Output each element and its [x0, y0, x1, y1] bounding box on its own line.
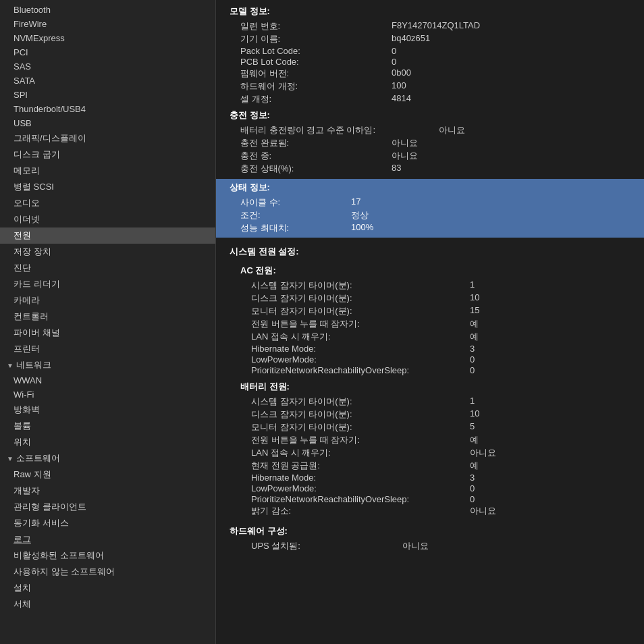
sidebar-item-sata[interactable]: SATA: [0, 74, 215, 88]
sidebar-item-volume[interactable]: 볼륨: [0, 418, 215, 434]
bat-dim-row: 밝기 감소: 아니요: [230, 505, 630, 517]
sidebar-label: WWAN: [14, 375, 42, 385]
bat-current-source-value: 예: [470, 460, 479, 472]
cycle-count-row: 사이클 수: 17: [230, 196, 630, 209]
pcb-lot-value: 0: [392, 57, 396, 67]
ac-system-sleep-value: 1: [470, 279, 475, 292]
sidebar-item-camera[interactable]: 카메라: [0, 292, 215, 308]
ac-disk-sleep-row: 디스크 잠자기 타이머(분): 10: [230, 292, 630, 304]
sidebar-item-location[interactable]: 위치: [0, 434, 215, 450]
pcb-lot-label: PCB Lot Code:: [230, 57, 392, 67]
sidebar-item-deactivated-software[interactable]: 비활성화된 소프트웨어: [0, 547, 215, 564]
ac-lowpower-value: 0: [470, 354, 475, 365]
pack-lot-label: Pack Lot Code:: [230, 46, 392, 56]
charge-pct-value: 83: [392, 163, 401, 175]
sidebar-section-software[interactable]: ▼ 소프트웨어: [0, 450, 215, 466]
status-info-section: 상태 정보: 사이클 수: 17 조건: 정상 성능 최대치: 100%: [216, 179, 644, 238]
bat-dim-label: 밝기 감소:: [240, 505, 470, 517]
sidebar-item-managed-client[interactable]: 관리형 클라이언트: [0, 499, 215, 515]
sidebar-item-font[interactable]: 서체: [0, 596, 215, 612]
battery-serial-value: F8Y1427014ZQ1LTAD: [392, 20, 480, 32]
charge-info-title: 충전 정보:: [230, 109, 630, 122]
sidebar-item-card-reader[interactable]: 카드 리더기: [0, 276, 215, 292]
bat-current-source-label: 현재 전원 공급원:: [240, 460, 470, 472]
sidebar-item-raw-support[interactable]: Raw 지원: [0, 466, 215, 483]
bat-monitor-sleep-label: 모니터 잠자기 타이머(분):: [240, 421, 470, 433]
sidebar-label: Wi-Fi: [14, 390, 34, 400]
ac-disk-sleep-value: 10: [470, 292, 479, 304]
sidebar-label: 컨트롤러: [14, 311, 49, 321]
ac-prioritize-value: 0: [470, 365, 475, 375]
sidebar-item-spi[interactable]: SPI: [0, 88, 215, 102]
sidebar-item-graphics[interactable]: 그래픽/디스플레이: [0, 130, 215, 146]
sidebar-item-memory[interactable]: 메모리: [0, 163, 215, 179]
ac-system-sleep-label: 시스템 잠자기 타이머(분):: [240, 279, 470, 292]
sidebar-label: 카메라: [14, 295, 40, 305]
bat-system-sleep-label: 시스템 잠자기 타이머(분):: [240, 396, 470, 408]
sidebar-label: 메모리: [14, 165, 40, 176]
hardware-config-section: 하드웨어 구성: UPS 설치됨: 아니요: [230, 525, 630, 552]
max-performance-label: 성능 최대치:: [230, 222, 351, 234]
sidebar-item-ethernet[interactable]: 이더넷: [0, 211, 215, 227]
sidebar-item-power[interactable]: 전원: [0, 227, 215, 244]
battery-serial-label: 일련 번호:: [230, 20, 392, 32]
cell-revision-row: 셀 개정: 4814: [230, 93, 630, 105]
sidebar-item-sas[interactable]: SAS: [0, 59, 215, 74]
bat-monitor-sleep-row: 모니터 잠자기 타이머(분): 5: [230, 421, 630, 433]
pcb-lot-row: PCB Lot Code: 0: [230, 57, 630, 67]
sidebar-label: 그래픽/디스플레이: [14, 133, 86, 143]
ac-power-button-sleep-row: 전원 버튼을 누를 때 잠자기: 예: [230, 318, 630, 330]
sidebar-item-diagnostics[interactable]: 진단: [0, 260, 215, 276]
bat-lowpower-label: LowPowerMode:: [240, 483, 470, 493]
sidebar-item-pci[interactable]: PCI: [0, 45, 215, 59]
bat-prioritize-label: PrioritizeNetworkReachabilityOverSleep:: [240, 494, 470, 504]
sidebar-item-install[interactable]: 설치: [0, 580, 215, 596]
sidebar-item-firewire[interactable]: FireWire: [0, 17, 215, 31]
sidebar-item-audio[interactable]: 오디오: [0, 195, 215, 211]
sidebar-label: 프린터: [14, 344, 40, 354]
bat-hibernate-value: 3: [470, 473, 475, 483]
sidebar-item-developer[interactable]: 개발자: [0, 483, 215, 499]
sidebar-item-disc-burning[interactable]: 디스크 굽기: [0, 146, 215, 163]
ac-lan-wake-label: LAN 접속 시 깨우기:: [240, 331, 470, 343]
max-performance-row: 성능 최대치: 100%: [230, 222, 630, 234]
sidebar-label: 볼륨: [14, 421, 31, 431]
battery-name-row: 기기 이름: bq40z651: [230, 33, 630, 45]
sidebar-item-firewall[interactable]: 방화벽: [0, 402, 215, 418]
sidebar-item-parallel-scsi[interactable]: 병렬 SCSI: [0, 179, 215, 195]
ac-disk-sleep-label: 디스크 잠자기 타이머(분):: [240, 292, 470, 304]
sidebar-item-printer[interactable]: 프린터: [0, 341, 215, 357]
sidebar-item-nvmexpress[interactable]: NVMExpress: [0, 31, 215, 45]
sidebar-item-usb[interactable]: USB: [0, 116, 215, 130]
sidebar-section-network[interactable]: ▼ 네트워크: [0, 357, 215, 373]
sidebar-item-wwan[interactable]: WWAN: [0, 373, 215, 387]
bat-power-button-label: 전원 버튼을 누를 때 잠자기:: [240, 434, 470, 446]
sidebar-item-log[interactable]: 로그: [0, 531, 215, 547]
system-power-section: 시스템 전원 설정: AC 전원: 시스템 잠자기 타이머(분): 1 디스크 …: [230, 246, 630, 517]
charge-info-section: 충전 정보: 배터리 충전량이 경고 수준 이하임: 아니요 충전 완료됨: 아…: [230, 109, 630, 175]
ac-lowpower-label: LowPowerMode:: [240, 354, 470, 365]
sidebar-item-unused-software[interactable]: 사용하지 않는 소프트웨어: [0, 564, 215, 580]
sidebar-label: 디스크 굽기: [14, 149, 60, 159]
condition-row: 조건: 정상: [230, 209, 630, 221]
sidebar-item-fiber-channel[interactable]: 파이버 채널: [0, 325, 215, 341]
pack-lot-row: Pack Lot Code: 0: [230, 46, 630, 56]
status-info-title: 상태 정보:: [230, 182, 630, 194]
sidebar-label: 비활성화된 소프트웨어: [14, 550, 104, 560]
bat-current-source-row: 현재 전원 공급원: 예: [230, 460, 630, 472]
cell-revision-label: 셀 개정:: [230, 93, 392, 105]
ac-power-title: AC 전원:: [230, 265, 630, 277]
sidebar-item-sync-services[interactable]: 동기화 서비스: [0, 515, 215, 531]
bat-power-button-row: 전원 버튼을 누를 때 잠자기: 예: [230, 434, 630, 446]
ac-lan-wake-row: LAN 접속 시 깨우기: 예: [230, 331, 630, 343]
bat-hibernate-label: Hibernate Mode:: [240, 473, 470, 483]
bat-disk-sleep-row: 디스크 잠자기 타이머(분): 10: [230, 408, 630, 421]
sidebar-item-storage[interactable]: 저장 장치: [0, 244, 215, 260]
sidebar-item-controller[interactable]: 컨트롤러: [0, 308, 215, 325]
sidebar-item-wifi[interactable]: Wi-Fi: [0, 387, 215, 402]
charging-row: 충전 중: 아니요: [230, 150, 630, 162]
sidebar-item-thunderbolt[interactable]: Thunderbolt/USB4: [0, 102, 215, 116]
charging-label: 충전 중:: [230, 150, 392, 162]
sidebar-label: 파이버 채널: [14, 327, 60, 338]
sidebar-item-bluetooth[interactable]: Bluetooth: [0, 3, 215, 17]
